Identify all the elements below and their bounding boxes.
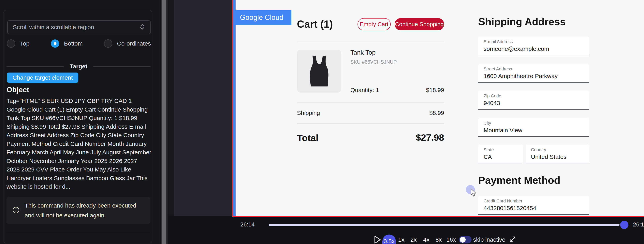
product-quantity: Quantity: 1: [350, 87, 379, 93]
seek-track[interactable]: [269, 224, 620, 226]
zip-code-label: Zip Code: [484, 93, 501, 99]
seek-bar[interactable]: [269, 221, 628, 229]
app-root: Scroll within a scrollable region Top Bo…: [0, 0, 644, 244]
cart-divider: [297, 41, 444, 41]
mouse-cursor-icon: [470, 188, 478, 198]
radio-coordinates[interactable]: [104, 39, 112, 48]
shipping-price: $8.99: [429, 110, 444, 116]
radio-option-coordinates[interactable]: Co-ordinates: [104, 39, 151, 48]
speed-8x-button[interactable]: 8x: [436, 236, 442, 243]
chevron-up-down-icon: [139, 24, 145, 31]
credit-card-number-field[interactable]: Credit Card Number 4432801561520454: [478, 196, 589, 215]
skip-inactive-toggle[interactable]: [459, 236, 472, 244]
sidebar-scrollbar-track[interactable]: [161, 0, 168, 244]
product-image-tank-top: [297, 50, 341, 93]
scroll-position-radio-group: Top Bottom Co-ordinates: [0, 39, 161, 48]
email-address-field[interactable]: E-mail Address someone@example.com: [478, 36, 589, 55]
command-type-select[interactable]: Scroll within a scrollable region: [7, 20, 151, 34]
speed-1x-button[interactable]: 1x: [398, 236, 404, 243]
object-description-text: Tag="HTML" $ EUR USD JPY GBP TRY CAD 1 G…: [6, 97, 152, 191]
stage-letterbox: [174, 0, 232, 216]
speed-2x-button[interactable]: 2x: [410, 236, 417, 243]
shipping-address-heading: Shipping Address: [478, 16, 566, 27]
sidebar-scrollbar-thumb[interactable]: [162, 0, 166, 244]
stage-gap: [168, 0, 174, 216]
zip-code-value: 94043: [484, 100, 500, 106]
current-time: 26:14: [240, 221, 255, 228]
speed-16x-button[interactable]: 16x: [446, 236, 456, 243]
radio-bottom[interactable]: [51, 39, 59, 48]
zip-code-field[interactable]: Zip Code 94043: [478, 91, 589, 110]
player-timeline-bar: 26:14 26:1 0.5x 1x 2x 4x 8x 16x skip ina…: [168, 217, 644, 244]
product-price: $18.99: [426, 87, 444, 93]
seek-thumb[interactable]: [620, 221, 628, 229]
street-address-value: 1600 Amphitheatre Parkway: [484, 73, 558, 79]
tank-top-graphic: [302, 53, 337, 89]
radio-coordinates-label: Co-ordinates: [117, 40, 151, 47]
command-executed-alert: This command has already been executed a…: [6, 197, 150, 224]
empty-cart-button[interactable]: Empty Cart: [358, 18, 391, 30]
country-field[interactable]: Country United States: [526, 144, 589, 163]
country-value: United States: [531, 154, 566, 160]
cart-title: Cart (1): [297, 18, 333, 30]
credit-card-number-value: 4432801561520454: [484, 205, 536, 212]
divider-line: [6, 66, 64, 67]
info-icon: [12, 207, 20, 215]
alert-message: This command has already been executed a…: [25, 201, 143, 220]
command-sidebar: Scroll within a scrollable region Top Bo…: [0, 0, 161, 244]
play-button[interactable]: [374, 235, 381, 244]
city-field[interactable]: City Mountain View: [478, 118, 589, 137]
state-field[interactable]: State CA: [478, 144, 523, 163]
speed-4x-button[interactable]: 4x: [423, 236, 430, 243]
end-time: 26:1: [633, 221, 644, 228]
product-sku: SKU #66VCHSJNUP: [350, 59, 397, 65]
country-label: Country: [531, 147, 546, 152]
state-value: CA: [484, 154, 492, 160]
skip-inactive-label[interactable]: skip inactive: [473, 236, 505, 243]
cart-divider: [297, 102, 444, 103]
product-name: Tank Top: [350, 49, 376, 56]
total-label: Total: [297, 132, 318, 143]
radio-bottom-label: Bottom: [64, 40, 83, 47]
command-type-value: Scroll within a scrollable region: [13, 24, 139, 30]
shipping-label: Shipping: [297, 110, 320, 116]
target-highlight-blue-left: [233, 0, 236, 216]
radio-option-bottom[interactable]: Bottom: [51, 39, 83, 48]
target-section-divider: Target: [6, 63, 150, 70]
state-label: State: [484, 147, 494, 152]
radio-top[interactable]: [7, 39, 15, 48]
change-target-element-button[interactable]: Change target element: [7, 72, 78, 83]
payment-method-heading: Payment Method: [478, 174, 560, 186]
city-value: Mountain View: [484, 127, 522, 134]
cart-divider: [297, 123, 444, 124]
email-address-label: E-mail Address: [484, 39, 513, 44]
credit-card-number-label: Credit Card Number: [484, 199, 522, 204]
continue-shopping-button[interactable]: Continue Shopping: [394, 18, 444, 30]
radio-top-label: Top: [20, 40, 30, 47]
street-address-label: Street Address: [484, 66, 512, 71]
brand-logo[interactable]: Google Cloud: [236, 10, 292, 25]
total-price: $27.98: [416, 132, 444, 143]
target-section-label: Target: [64, 63, 93, 70]
object-heading: Object: [6, 86, 29, 94]
street-address-field[interactable]: Street Address 1600 Amphitheatre Parkway: [478, 64, 589, 83]
speed-0.5x-button[interactable]: 0.5x: [382, 235, 396, 244]
toggle-knob: [460, 237, 466, 243]
city-label: City: [484, 121, 491, 126]
fullscreen-expand-icon[interactable]: [509, 235, 516, 243]
divider-line: [93, 66, 150, 67]
radio-option-top[interactable]: Top: [7, 39, 30, 48]
recorded-page-viewport: Google Cloud Cart (1) Empty Cart Continu…: [236, 0, 644, 216]
sidebar-bottom-divider: [6, 232, 150, 232]
email-address-value: someone@example.com: [484, 45, 549, 52]
